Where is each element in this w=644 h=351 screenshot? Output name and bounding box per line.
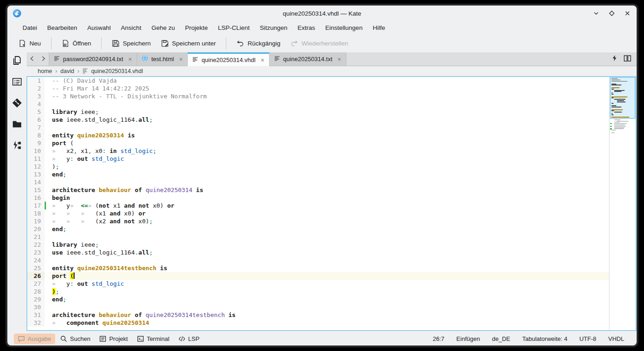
- wiederherstellen-button[interactable]: Wiederherstellen: [286, 37, 352, 50]
- tab-quine20250314.vhdl[interactable]: quine20250314.vhdl×: [188, 52, 269, 66]
- tab-test.html[interactable]: test.html×: [137, 52, 188, 66]
- code-text: end;: [50, 170, 609, 178]
- tab-quine20250314.txt[interactable]: quine20250314.txt×: [270, 52, 346, 66]
- breadcrumb-home[interactable]: home: [38, 68, 52, 74]
- code-line[interactable]: 5library ieee;: [27, 108, 609, 116]
- code-line[interactable]: 19» » » (x2 and not x0);: [27, 217, 609, 225]
- code-line[interactable]: 16begin: [27, 194, 609, 202]
- menu-gehe-zu[interactable]: Gehe zu: [146, 23, 180, 33]
- rückgängig-button[interactable]: Rückgängig: [232, 37, 285, 50]
- menu-bearbeiten[interactable]: Bearbeiten: [42, 23, 82, 33]
- tab-close-icon[interactable]: ×: [128, 56, 132, 63]
- statusbar-cursor-position[interactable]: 26:7: [427, 334, 450, 344]
- menu-auswahl[interactable]: Auswahl: [82, 23, 116, 33]
- menu-hilfe[interactable]: Hilfe: [368, 23, 390, 33]
- code-line[interactable]: 15architecture behaviour of quine2025031…: [27, 186, 609, 194]
- tab-close-icon[interactable]: ×: [338, 56, 341, 63]
- menu-lsp-client[interactable]: LSP-CLient: [213, 23, 255, 33]
- menu-ansicht[interactable]: Ansicht: [116, 23, 146, 33]
- code-line[interactable]: 26port (: [27, 272, 609, 280]
- code-line[interactable]: 32» component quine20250314: [27, 319, 609, 327]
- list-details-icon[interactable]: [12, 76, 23, 87]
- statusbar-dictionary[interactable]: de_DE: [486, 334, 516, 344]
- code-line[interactable]: 20end;: [27, 225, 609, 233]
- code-line[interactable]: 12);: [27, 163, 609, 170]
- code-line[interactable]: 7: [27, 124, 609, 131]
- neu-button[interactable]: Neu: [14, 37, 46, 50]
- speichern-button[interactable]: Speichern: [107, 37, 155, 50]
- statusbar-tab-width[interactable]: Tabulatorweite: 4: [516, 334, 573, 344]
- git-icon[interactable]: [12, 97, 23, 108]
- line-number: 30: [27, 303, 45, 311]
- code-line[interactable]: 29end;: [27, 295, 609, 303]
- statusbar-insert-mode[interactable]: Einfügen: [450, 334, 486, 344]
- code-line[interactable]: 9port (: [27, 139, 609, 147]
- statusbar-terminal-button[interactable]: Terminal: [133, 334, 173, 344]
- code-line[interactable]: 21: [27, 233, 609, 241]
- folder-icon[interactable]: [12, 119, 23, 130]
- code-text: );: [50, 163, 609, 170]
- statusbar-ausgabe-button[interactable]: Ausgabe: [14, 334, 55, 344]
- code-line[interactable]: 25entity quine20250314testbench is: [27, 264, 609, 272]
- external-tools-icon[interactable]: [12, 140, 23, 151]
- code-line[interactable]: 11» y: out std_logic: [27, 155, 609, 163]
- split-view-icon[interactable]: [624, 55, 631, 63]
- menu-extras[interactable]: Extras: [293, 23, 320, 33]
- close-icon[interactable]: [624, 10, 631, 17]
- tab-password20240914.txt[interactable]: password20240914.txt×: [49, 52, 137, 66]
- next-document-icon[interactable]: [41, 55, 46, 63]
- code-line[interactable]: 14: [27, 178, 609, 186]
- code-text: [50, 303, 609, 311]
- maximize-icon[interactable]: [608, 10, 615, 17]
- code-line[interactable]: 2-- Fri Mar 14 14:42:22 2025: [27, 85, 609, 92]
- breadcrumb-david[interactable]: david: [60, 68, 74, 74]
- code-text: port (: [50, 272, 609, 280]
- code-text: entity quine20250314 is: [50, 131, 609, 139]
- code-text: port (: [50, 139, 609, 147]
- code-line[interactable]: 30: [27, 303, 609, 311]
- code-line[interactable]: 10» x2, x1, x0: in std_logic;: [27, 147, 609, 155]
- statusbar-syntax-mode[interactable]: VHDL: [602, 334, 630, 344]
- prev-document-icon[interactable]: [29, 55, 34, 63]
- öffnen-button[interactable]: Öffnen: [57, 37, 96, 50]
- statusbar-lsp-button[interactable]: LSP: [174, 334, 204, 344]
- tab-close-icon[interactable]: ×: [179, 56, 183, 63]
- code-line[interactable]: 18» » » (x1 and x0) or: [27, 209, 609, 217]
- titlebar[interactable]: quine20250314.vhdl — Kate: [7, 6, 637, 21]
- code-line[interactable]: 4: [27, 100, 609, 108]
- code-line[interactable]: 24: [27, 256, 609, 264]
- statusbar-label: Terminal: [147, 335, 169, 342]
- line-marker: [45, 311, 50, 319]
- code-line[interactable]: 28);: [27, 288, 609, 295]
- menu-datei[interactable]: Datei: [17, 23, 42, 33]
- breadcrumb-file[interactable]: quine20250314.vhdl: [91, 68, 143, 74]
- line-marker: [45, 264, 50, 272]
- minimize-icon[interactable]: [592, 10, 600, 17]
- speichern-unter-button[interactable]: Speichern unter: [156, 37, 220, 50]
- tab-close-icon[interactable]: ×: [260, 57, 264, 64]
- code-line[interactable]: 8entity quine20250314 is: [27, 131, 609, 139]
- menu-einstellungen[interactable]: Einstellungen: [320, 23, 368, 33]
- code-line[interactable]: 27» y: out std_logic: [27, 280, 609, 288]
- minimap-scrollbar[interactable]: [609, 77, 636, 330]
- code-text: » y» <=» (not x1 and not x0) or: [50, 202, 609, 209]
- code-line[interactable]: 31architecture behaviour of quine2025031…: [27, 311, 609, 319]
- code-line[interactable]: 6use ieee.std_logic_1164.all;: [27, 116, 609, 124]
- code-line[interactable]: 17» y» <=» (not x1 and not x0) or: [27, 202, 609, 209]
- code-line[interactable]: 23use ieee.std_logic_1164.all;: [27, 249, 609, 256]
- documents-icon[interactable]: [12, 55, 23, 66]
- line-number: 27: [27, 280, 45, 288]
- quick-open-icon[interactable]: [612, 55, 617, 63]
- line-number: 29: [27, 295, 45, 303]
- code-line[interactable]: 3-- 3 Network - TTL - Disjunktive Normal…: [27, 92, 609, 100]
- menu-projekte[interactable]: Projekte: [180, 23, 213, 33]
- statusbar-projekt-button[interactable]: Projekt: [95, 334, 132, 344]
- toolbar-button-label: Speichern: [123, 40, 151, 47]
- code-line[interactable]: 1-- (C) David Vajda: [27, 77, 609, 85]
- code-line[interactable]: 13end;: [27, 170, 609, 178]
- code-line[interactable]: 22library ieee;: [27, 241, 609, 249]
- statusbar-suchen-button[interactable]: Suchen: [56, 334, 94, 344]
- menu-sitzungen[interactable]: Sitzungen: [255, 23, 293, 33]
- code-area[interactable]: 1-- (C) David Vajda2-- Fri Mar 14 14:42:…: [27, 77, 609, 330]
- statusbar-encoding[interactable]: UTF-8: [573, 334, 602, 344]
